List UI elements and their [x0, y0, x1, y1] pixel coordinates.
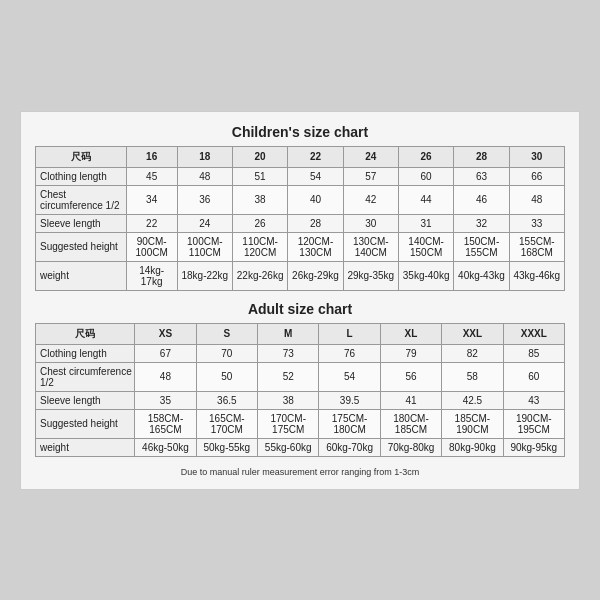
- children-cell-2-4: 30: [343, 214, 398, 232]
- adult-cell-3-0: 158CM-165CM: [135, 409, 196, 438]
- size-chart-card: Children's size chart 尺码1618202224262830…: [20, 111, 580, 490]
- adult-cell-2-0: 35: [135, 391, 196, 409]
- adult-col-header-0: 尺码: [36, 323, 135, 344]
- adult-row-3: Suggested height158CM-165CM165CM-170CM17…: [36, 409, 565, 438]
- children-cell-2-0: 22: [126, 214, 177, 232]
- children-cell-0-3: 54: [288, 167, 343, 185]
- adult-cell-4-5: 80kg-90kg: [442, 438, 503, 456]
- children-cell-2-7: 33: [509, 214, 564, 232]
- children-cell-4-7: 43kg-46kg: [509, 261, 564, 290]
- children-cell-4-2: 22kg-26kg: [232, 261, 287, 290]
- children-row-3: Suggested height90CM-100CM100CM-110CM110…: [36, 232, 565, 261]
- children-col-header-3: 20: [232, 146, 287, 167]
- adult-row-label-0: Clothing length: [36, 344, 135, 362]
- adult-cell-0-1: 70: [196, 344, 257, 362]
- adult-row-label-1: Chest circumference 1/2: [36, 362, 135, 391]
- children-cell-4-3: 26kg-29kg: [288, 261, 343, 290]
- children-col-header-2: 18: [177, 146, 232, 167]
- children-cell-2-5: 31: [398, 214, 453, 232]
- adult-cell-3-2: 170CM-175CM: [258, 409, 319, 438]
- adult-cell-4-6: 90kg-95kg: [503, 438, 564, 456]
- children-cell-1-6: 46: [454, 185, 509, 214]
- adult-col-header-3: M: [258, 323, 319, 344]
- children-cell-1-1: 36: [177, 185, 232, 214]
- adult-row-label-4: weight: [36, 438, 135, 456]
- adult-table: 尺码XSSMLXLXXLXXXL Clothing length67707376…: [35, 323, 565, 457]
- adult-col-header-4: L: [319, 323, 380, 344]
- children-cell-0-4: 57: [343, 167, 398, 185]
- adult-cell-2-4: 41: [380, 391, 441, 409]
- children-cell-0-5: 60: [398, 167, 453, 185]
- children-cell-2-3: 28: [288, 214, 343, 232]
- children-cell-3-7: 155CM-168CM: [509, 232, 564, 261]
- measurement-note: Due to manual ruler measurement error ra…: [35, 467, 565, 477]
- children-cell-1-7: 48: [509, 185, 564, 214]
- children-row-1: Chest circumference 1/23436384042444648: [36, 185, 565, 214]
- children-cell-1-4: 42: [343, 185, 398, 214]
- adult-cell-1-3: 54: [319, 362, 380, 391]
- children-col-header-5: 24: [343, 146, 398, 167]
- adult-col-header-2: S: [196, 323, 257, 344]
- children-cell-4-6: 40kg-43kg: [454, 261, 509, 290]
- children-cell-1-5: 44: [398, 185, 453, 214]
- adult-row-1: Chest circumference 1/248505254565860: [36, 362, 565, 391]
- adult-cell-1-4: 56: [380, 362, 441, 391]
- children-cell-0-1: 48: [177, 167, 232, 185]
- adult-cell-3-6: 190CM-195CM: [503, 409, 564, 438]
- children-row-4: weight14kg-17kg18kg-22kg22kg-26kg26kg-29…: [36, 261, 565, 290]
- children-cell-0-0: 45: [126, 167, 177, 185]
- children-cell-4-4: 29kg-35kg: [343, 261, 398, 290]
- children-cell-0-7: 66: [509, 167, 564, 185]
- children-col-header-7: 28: [454, 146, 509, 167]
- adult-cell-2-5: 42.5: [442, 391, 503, 409]
- adult-row-0: Clothing length67707376798285: [36, 344, 565, 362]
- adult-cell-0-3: 76: [319, 344, 380, 362]
- children-col-header-1: 16: [126, 146, 177, 167]
- children-cell-0-6: 63: [454, 167, 509, 185]
- adult-cell-3-3: 175CM-180CM: [319, 409, 380, 438]
- adult-cell-2-6: 43: [503, 391, 564, 409]
- children-cell-0-2: 51: [232, 167, 287, 185]
- adult-col-header-5: XL: [380, 323, 441, 344]
- children-row-2: Sleeve length2224262830313233: [36, 214, 565, 232]
- adult-col-header-7: XXXL: [503, 323, 564, 344]
- adult-cell-2-2: 38: [258, 391, 319, 409]
- adult-cell-4-3: 60kg-70kg: [319, 438, 380, 456]
- children-chart-title: Children's size chart: [35, 124, 565, 140]
- adult-cell-4-4: 70kg-80kg: [380, 438, 441, 456]
- adult-chart-title: Adult size chart: [35, 301, 565, 317]
- adult-row-4: weight46kg-50kg50kg-55kg55kg-60kg60kg-70…: [36, 438, 565, 456]
- adult-cell-1-1: 50: [196, 362, 257, 391]
- adult-cell-3-5: 185CM-190CM: [442, 409, 503, 438]
- children-col-header-0: 尺码: [36, 146, 127, 167]
- adult-cell-2-1: 36.5: [196, 391, 257, 409]
- adult-cell-4-0: 46kg-50kg: [135, 438, 196, 456]
- adult-cell-0-6: 85: [503, 344, 564, 362]
- children-row-label-0: Clothing length: [36, 167, 127, 185]
- children-cell-4-1: 18kg-22kg: [177, 261, 232, 290]
- adult-col-header-1: XS: [135, 323, 196, 344]
- adult-cell-1-6: 60: [503, 362, 564, 391]
- adult-cell-0-2: 73: [258, 344, 319, 362]
- children-cell-3-2: 110CM-120CM: [232, 232, 287, 261]
- children-row-label-4: weight: [36, 261, 127, 290]
- children-cell-3-6: 150CM-155CM: [454, 232, 509, 261]
- children-cell-2-2: 26: [232, 214, 287, 232]
- children-col-header-4: 22: [288, 146, 343, 167]
- children-cell-1-0: 34: [126, 185, 177, 214]
- children-cell-3-3: 120CM-130CM: [288, 232, 343, 261]
- children-cell-4-5: 35kg-40kg: [398, 261, 453, 290]
- children-cell-1-3: 40: [288, 185, 343, 214]
- children-cell-3-1: 100CM-110CM: [177, 232, 232, 261]
- adult-cell-2-3: 39.5: [319, 391, 380, 409]
- children-col-header-8: 30: [509, 146, 564, 167]
- children-col-header-6: 26: [398, 146, 453, 167]
- adult-cell-1-2: 52: [258, 362, 319, 391]
- children-table: 尺码1618202224262830 Clothing length454851…: [35, 146, 565, 291]
- children-row-0: Clothing length4548515457606366: [36, 167, 565, 185]
- adult-row-2: Sleeve length3536.53839.54142.543: [36, 391, 565, 409]
- children-cell-4-0: 14kg-17kg: [126, 261, 177, 290]
- adult-row-label-2: Sleeve length: [36, 391, 135, 409]
- children-cell-3-0: 90CM-100CM: [126, 232, 177, 261]
- adult-cell-1-5: 58: [442, 362, 503, 391]
